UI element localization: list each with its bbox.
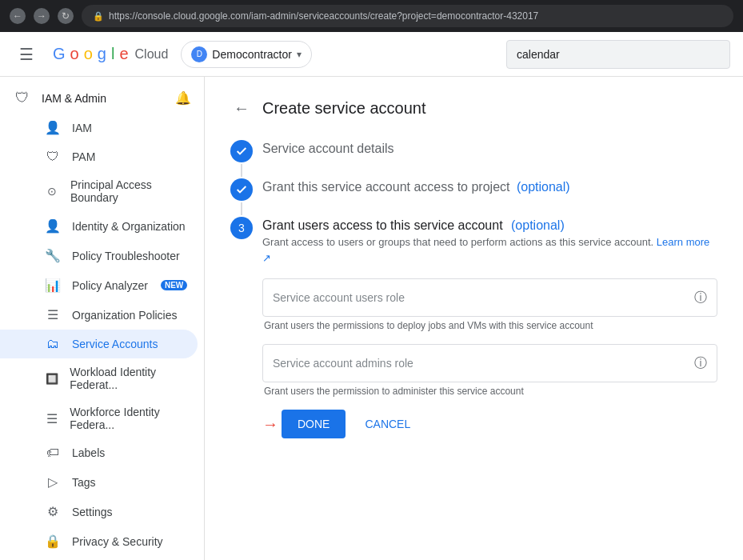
sidebar: 🛡 IAM & Admin 🔔 👤 IAM 🛡 PAM ⊙ Principal …	[0, 77, 205, 560]
identity-org-icon: 👤	[43, 218, 62, 234]
sidebar-item-policy-analyzer[interactable]: 📊 Policy Analyzer NEW	[0, 270, 204, 300]
step-3-description: Grant access to users or groups that nee…	[262, 234, 717, 266]
sidebar-section-title: IAM & Admin	[42, 92, 106, 105]
back-nav-button[interactable]: ←	[10, 8, 26, 24]
sidebar-item-settings[interactable]: ⚙ Settings	[0, 497, 204, 526]
logo-cloud-text: Cloud	[135, 47, 169, 62]
sidebar-item-labels-label: Labels	[72, 446, 105, 459]
pab-icon: ⊙	[43, 185, 61, 198]
done-button[interactable]: DONE	[282, 410, 346, 438]
sidebar-item-iam[interactable]: 👤 IAM	[0, 113, 204, 142]
action-buttons: → DONE CANCEL	[262, 410, 717, 438]
app-container: ☰ Google Cloud D Democontractor ▾ 🛡 IAM …	[0, 32, 743, 560]
forward-nav-button[interactable]: →	[34, 8, 50, 24]
users-role-help-icon[interactable]: ⓘ	[694, 290, 707, 306]
project-icon: D	[191, 46, 207, 62]
service-account-admins-role-input[interactable]	[273, 357, 694, 370]
url-bar[interactable]: 🔒 https://console.cloud.google.com/iam-a…	[82, 5, 733, 27]
new-badge: NEW	[161, 280, 187, 290]
project-dropdown-arrow: ▾	[297, 49, 302, 60]
notification-bell-icon[interactable]: 🔔	[175, 90, 191, 106]
sidebar-item-iam-label: IAM	[72, 122, 92, 134]
service-account-admins-role-field: ⓘ Grant users the permission to administ…	[262, 344, 717, 397]
workload-identity-icon: 🔲	[43, 373, 60, 385]
step-2-indicator	[230, 178, 253, 217]
logo-letter-l: l	[111, 45, 114, 63]
sidebar-item-pam[interactable]: 🛡 PAM	[0, 142, 204, 171]
step-3-circle: 3	[230, 217, 253, 239]
sidebar-item-policy-troubleshooter-label: Policy Troubleshooter	[72, 250, 180, 262]
pam-icon: 🛡	[43, 150, 62, 164]
sidebar-item-labels[interactable]: 🏷 Labels	[0, 438, 204, 467]
sidebar-item-identity-org-label: Identity & Organization	[72, 220, 186, 233]
search-input[interactable]	[506, 40, 730, 69]
sidebar-item-policy-troubleshooter[interactable]: 🔧 Policy Troubleshooter	[0, 241, 204, 270]
sidebar-item-pab-label: Principal Access Boundary	[70, 178, 191, 204]
hamburger-button[interactable]: ☰	[13, 38, 40, 70]
step-3-title: Grant users access to this service accou…	[262, 218, 717, 233]
top-header: ☰ Google Cloud D Democontractor ▾	[0, 32, 743, 77]
service-account-admins-role-input-row[interactable]: ⓘ	[262, 344, 717, 382]
step-2-content: Grant this service account access to pro…	[262, 178, 717, 217]
sidebar-item-tags-label: Tags	[72, 476, 96, 489]
step-1-title: Service account details	[262, 142, 717, 156]
cancel-button[interactable]: CANCEL	[355, 410, 420, 438]
step-2-line	[241, 202, 242, 215]
users-role-hint: Grant users the permissions to deploy jo…	[262, 320, 717, 331]
sidebar-item-workload-identity-label: Workload Identity Federat...	[70, 366, 191, 391]
org-policies-icon: ☰	[43, 307, 62, 322]
sidebar-section-header[interactable]: 🛡 IAM & Admin 🔔	[0, 83, 204, 113]
reload-button[interactable]: ↻	[58, 8, 74, 24]
back-button[interactable]: ←	[230, 96, 253, 121]
labels-icon: 🏷	[43, 446, 62, 460]
service-account-users-role-field: ⓘ Grant users the permissions to deploy …	[262, 278, 717, 331]
logo-letter-g: G	[53, 45, 66, 63]
project-selector-button[interactable]: D Democontractor ▾	[181, 41, 312, 68]
service-accounts-icon: 🗂	[43, 337, 62, 351]
logo-letter-o1: o	[70, 45, 79, 63]
sidebar-item-org-policies[interactable]: ☰ Organization Policies	[0, 300, 204, 330]
step-3: 3 Grant users access to this service acc…	[230, 217, 717, 458]
logo-letter-g2: g	[98, 45, 106, 63]
tags-icon: ▷	[43, 474, 62, 490]
step-3-content: Grant users access to this service accou…	[262, 217, 717, 458]
step-1-content: Service account details	[262, 140, 717, 178]
sidebar-item-tags[interactable]: ▷ Tags	[0, 467, 204, 497]
service-account-users-role-input[interactable]	[273, 291, 694, 304]
sidebar-item-settings-label: Settings	[72, 506, 113, 518]
step-1: Service account details	[230, 140, 717, 178]
step-1-line	[241, 164, 242, 177]
service-account-users-role-input-row[interactable]: ⓘ	[262, 278, 717, 317]
step-2-title: Grant this service account access to pro…	[262, 180, 717, 194]
sidebar-item-workload-identity[interactable]: 🔲 Workload Identity Federat...	[0, 358, 204, 398]
step-3-subtitle: (optional)	[511, 218, 565, 232]
sidebar-item-service-accounts-label: Service Accounts	[72, 338, 158, 350]
browser-bar: ← → ↻ 🔒 https://console.cloud.google.com…	[0, 0, 743, 32]
sidebar-item-identity-org[interactable]: 👤 Identity & Organization	[0, 211, 204, 241]
admins-role-help-icon[interactable]: ⓘ	[694, 355, 707, 372]
policy-troubleshooter-icon: 🔧	[43, 248, 62, 263]
stepper: Service account details Grant this servi…	[230, 140, 717, 458]
logo-letter-o2: o	[84, 45, 93, 63]
sidebar-item-service-accounts[interactable]: 🗂 Service Accounts	[0, 330, 198, 358]
iam-admin-icon: 🛡	[13, 90, 32, 106]
privacy-security-icon: 🔒	[43, 534, 62, 549]
step-1-circle	[230, 140, 253, 162]
iam-icon: 👤	[43, 120, 62, 135]
sidebar-item-principal-access-boundary[interactable]: ⊙ Principal Access Boundary	[0, 171, 204, 211]
sidebar-item-policy-analyzer-label: Policy Analyzer	[72, 279, 148, 292]
project-name-label: Democontractor	[212, 48, 292, 61]
step-2-subtitle: (optional)	[517, 180, 570, 194]
settings-icon: ⚙	[43, 504, 62, 519]
policy-analyzer-icon: 📊	[43, 278, 62, 293]
sidebar-item-workforce-identity[interactable]: ☰ Workforce Identity Federa...	[0, 398, 204, 438]
page-content: ← Create service account Service account…	[205, 77, 743, 560]
page-header: ← Create service account	[230, 96, 717, 121]
url-text: https://console.cloud.google.com/iam-adm…	[109, 10, 538, 22]
main-content: 🛡 IAM & Admin 🔔 👤 IAM 🛡 PAM ⊙ Principal …	[0, 77, 743, 560]
admins-role-hint: Grant users the permission to administer…	[262, 386, 717, 397]
sidebar-item-privacy-security[interactable]: 🔒 Privacy & Security	[0, 526, 204, 556]
step-1-indicator	[230, 140, 253, 178]
step-3-indicator: 3	[230, 217, 253, 458]
sidebar-item-org-policies-label: Organization Policies	[72, 309, 178, 322]
